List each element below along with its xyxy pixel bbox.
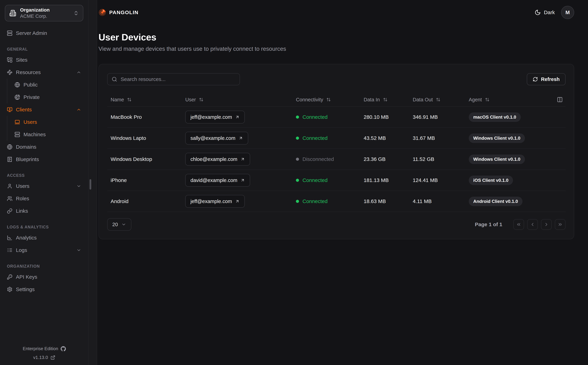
last-page-button[interactable] [555, 219, 566, 230]
sidebar-item-blueprints[interactable]: Blueprints [5, 153, 83, 166]
connectivity-status: Connected [293, 114, 360, 120]
user-link-button[interactable]: david@example.com [185, 174, 250, 187]
previous-page-button[interactable] [527, 219, 538, 230]
sidebar-item-public[interactable]: Public [13, 78, 83, 91]
devices-card: Refresh Name User Connectivity Data In [99, 64, 574, 239]
chevron-down-icon [76, 248, 81, 253]
server-icon [7, 30, 13, 36]
column-header-agent[interactable]: Agent [465, 97, 548, 103]
chevrons-up-down-icon [73, 10, 79, 16]
org-selector-value: ACME Corp. [20, 14, 70, 19]
refresh-button[interactable]: Refresh [527, 73, 566, 85]
connectivity-status: Connected [293, 177, 360, 183]
sidebar-item-client-users[interactable]: Users [13, 116, 83, 128]
receipt-icon [7, 157, 13, 162]
column-header-user[interactable]: User [182, 97, 293, 103]
device-name: Android [107, 198, 182, 204]
sidebar-item-label: Roles [16, 196, 29, 202]
sidebar-item-resources[interactable]: Resources [5, 66, 83, 78]
data-out: 11.52 GB [409, 156, 465, 162]
data-in: 43.52 MB [360, 135, 409, 141]
sidebar-item-label: API Keys [16, 274, 37, 280]
sidebar-item-server-admin[interactable]: Server Admin [5, 27, 83, 39]
globe-lock-icon [14, 94, 20, 100]
sidebar-item-domains[interactable]: Domains [5, 141, 83, 153]
table-footer: 20 Page 1 of 1 [107, 218, 566, 231]
device-name: Windows Lapto [107, 135, 182, 141]
column-header-data-in[interactable]: Data In [360, 97, 409, 103]
logs-icon [7, 247, 13, 253]
sidebar-item-label: Links [16, 208, 28, 214]
data-out: 346.91 MB [409, 114, 465, 120]
waypoints-icon [7, 70, 13, 75]
sidebar-item-label: Sites [16, 57, 28, 63]
page-size-select[interactable]: 20 [107, 218, 131, 231]
github-icon[interactable] [61, 346, 66, 351]
sidebar-item-sites[interactable]: Sites [5, 54, 83, 66]
globe-icon [7, 144, 13, 150]
data-out: 31.67 MB [409, 135, 465, 141]
key-icon [7, 274, 13, 280]
page-info: Page 1 of 1 [475, 222, 502, 227]
version-label[interactable]: v1.13.0 [33, 355, 48, 360]
chevron-up-icon [76, 70, 81, 75]
theme-label: Dark [544, 9, 555, 15]
sidebar-item-label: Clients [16, 107, 32, 112]
user-avatar[interactable]: M [561, 6, 574, 19]
org-selector[interactable]: Organization ACME Corp. [5, 5, 83, 21]
sidebar-item-analytics[interactable]: Analytics [5, 232, 83, 244]
sidebar-item-api-keys[interactable]: API Keys [5, 271, 83, 283]
data-in: 18.63 MB [360, 198, 409, 204]
column-header-connectivity[interactable]: Connectivity [293, 97, 360, 103]
page-size-value: 20 [112, 222, 118, 227]
user-link-button[interactable]: jeff@example.com [185, 111, 245, 123]
sidebar-item-private[interactable]: Private [13, 91, 83, 103]
column-visibility-button[interactable] [548, 97, 566, 103]
chevron-down-icon [121, 222, 126, 227]
page-subtitle: View and manage devices that users use t… [99, 46, 574, 52]
external-link-icon[interactable] [50, 355, 55, 360]
sidebar-item-label: Users [16, 183, 29, 189]
nav-section-organization: ORGANIZATION [7, 264, 83, 269]
sidebar-item-machines[interactable]: Machines [13, 128, 83, 141]
arrow-up-right-icon [235, 199, 240, 204]
edition-label: Enterprise Edition [23, 346, 58, 351]
refresh-label: Refresh [541, 77, 560, 82]
column-header-name[interactable]: Name [107, 97, 182, 103]
sidebar-item-clients[interactable]: Clients [5, 103, 83, 116]
sidebar-item-label: Machines [23, 132, 46, 137]
nav-section-logs-analytics: LOGS & ANALYTICS [7, 225, 83, 230]
user-link-button[interactable]: chloe@example.com [185, 153, 250, 166]
sidebar-footer: Enterprise Edition v1.13.0 [0, 346, 88, 360]
sidebar-item-users[interactable]: Users [5, 180, 83, 192]
first-page-button[interactable] [513, 219, 524, 230]
column-header-data-out[interactable]: Data Out [409, 97, 465, 103]
sidebar-item-links[interactable]: Links [5, 205, 83, 217]
sidebar-item-label: Public [23, 82, 38, 88]
laptop-icon [14, 119, 20, 125]
sidebar-item-settings[interactable]: Settings [5, 283, 83, 295]
user-icon [7, 183, 13, 189]
theme-toggle[interactable]: Dark [535, 9, 555, 15]
connectivity-status: Connected [293, 135, 360, 141]
table-row: Windows Desktop chloe@example.com Discon… [107, 149, 566, 170]
sidebar-scrollbar[interactable] [90, 179, 91, 190]
sidebar-item-roles[interactable]: Roles [5, 192, 83, 205]
sidebar-item-logs[interactable]: Logs [5, 244, 83, 256]
arrow-up-right-icon [240, 157, 245, 161]
data-in: 23.36 GB [360, 156, 409, 162]
user-link-button[interactable]: sally@example.com [185, 132, 248, 145]
sort-icon [383, 97, 387, 102]
search-box[interactable] [107, 73, 240, 85]
search-input[interactable] [121, 76, 235, 82]
nav-section-general: GENERAL [7, 47, 83, 52]
sort-icon [485, 97, 489, 102]
status-dot [296, 158, 299, 161]
sidebar-item-label: Settings [16, 287, 35, 292]
pangolin-logo-icon [99, 9, 106, 16]
next-page-button[interactable] [541, 219, 552, 230]
brand-logo[interactable]: PANGOLIN [99, 9, 138, 16]
monitor-up-icon [7, 107, 13, 112]
sidebar: Organization ACME Corp. Server Admin GEN… [0, 0, 97, 365]
user-link-button[interactable]: jeff@example.com [185, 195, 245, 208]
